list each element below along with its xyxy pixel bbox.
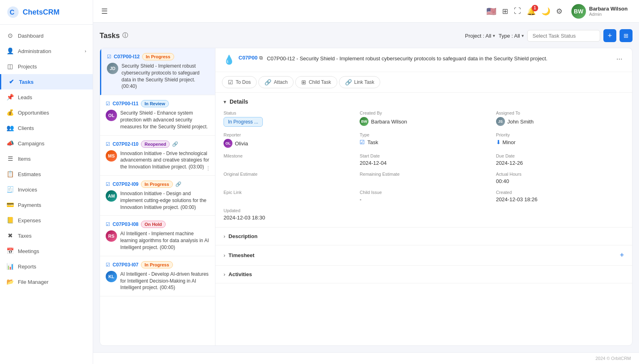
- task-item[interactable]: ☑ C07P02-I10 Reopened 🔗 MS Innovation In…: [100, 136, 215, 176]
- sidebar-item-leads[interactable]: 📌 Leads: [0, 89, 93, 105]
- task-check-icon: ☑: [106, 262, 110, 268]
- sidebar-item-dashboard[interactable]: ⊙ Dashboard: [0, 28, 93, 43]
- field-label: Updated: [224, 208, 351, 213]
- child-issue-field: Child Issue -: [360, 190, 488, 202]
- task-text: AI Intelligent - Implement machine learn…: [120, 230, 209, 251]
- task-item[interactable]: ☑ C07P02-I09 In Progress 🔗 AM Innovation…: [100, 176, 215, 216]
- sidebar-item-opportunities[interactable]: 💰 Opportunities: [0, 105, 93, 120]
- project-filter-button[interactable]: Project : All ▾: [465, 33, 495, 39]
- child-task-icon: ⊞: [301, 79, 306, 85]
- add-task-button[interactable]: +: [603, 29, 616, 42]
- hamburger-button[interactable]: ☰: [101, 7, 108, 16]
- dashboard-icon: ⊙: [6, 32, 14, 39]
- link-task-label: Link Task: [354, 79, 375, 85]
- page-footer: 2024 © OrbitCRM: [93, 352, 639, 364]
- items-icon: ☰: [6, 155, 14, 162]
- fullscreen-icon[interactable]: ⛶: [514, 7, 521, 15]
- sidebar-item-administration[interactable]: 👤 Administration ›: [0, 43, 93, 59]
- link-task-tab[interactable]: 🔗 Link Task: [339, 76, 381, 88]
- task-status-input[interactable]: [527, 30, 600, 42]
- dark-mode-icon[interactable]: 🌙: [541, 7, 550, 16]
- avatar: JD: [107, 63, 118, 74]
- task-item-body: AM Innovation Initiative - Design and im…: [106, 190, 209, 211]
- field-value: BW Barbara Wilson: [360, 117, 488, 126]
- task-item[interactable]: ☑ C07P00-I11 In Review OL Security Shiel…: [100, 95, 215, 135]
- tasks-header: Tasks ⓘ Project : All ▾ Type : All ▾ + ⊞: [100, 29, 633, 42]
- field-label: Child Issue: [360, 190, 488, 195]
- sidebar-item-payments[interactable]: 💳 Payments: [0, 197, 93, 213]
- estimates-icon: 📋: [6, 170, 14, 178]
- field-label: Created: [496, 190, 624, 195]
- sidebar-item-invoices[interactable]: 🧾 Invoices: [0, 182, 93, 197]
- grid-view-button[interactable]: ⊞: [620, 29, 633, 42]
- section-header[interactable]: ▾ Details: [215, 93, 632, 111]
- sidebar-item-items[interactable]: ☰ Items: [0, 151, 93, 166]
- actual-hours-field: Actual Hours 00:40: [496, 172, 624, 184]
- sidebar-item-label: Payments: [18, 202, 41, 208]
- taxes-icon: ✖: [6, 232, 14, 239]
- sidebar-item-file-manager[interactable]: 📂 File Manager: [0, 274, 93, 289]
- apps-icon[interactable]: ⊞: [502, 7, 508, 16]
- collapse-icon: ›: [224, 271, 225, 277]
- child-task-label: Child Task: [309, 79, 331, 85]
- sidebar-item-clients[interactable]: 👥 Clients: [0, 120, 93, 136]
- field-value: ☑ Task: [360, 139, 488, 145]
- chevron-right-icon: ›: [85, 49, 86, 53]
- task-id: C07P00-I12: [114, 54, 140, 60]
- sidebar-item-label: Administration: [18, 48, 51, 54]
- notification-icon[interactable]: 🔔 1: [527, 7, 536, 16]
- attach-label: Attach: [274, 79, 288, 85]
- activities-header[interactable]: › Activities: [215, 266, 632, 283]
- task-item[interactable]: ☑ C07P03-I08 On Hold RS AI Intelligent -…: [100, 216, 215, 256]
- status-badge: In Progress: [141, 261, 173, 268]
- timesheet-header[interactable]: › Timesheet +: [215, 245, 632, 265]
- svg-text:C: C: [10, 9, 15, 16]
- sidebar-item-label: Clients: [18, 125, 34, 131]
- sidebar-item-meetings[interactable]: 📅 Meetings: [0, 243, 93, 259]
- flag-icon[interactable]: 🇺🇸: [486, 6, 496, 16]
- attach-tab[interactable]: 🔗 Attach: [258, 76, 294, 88]
- tasks-panel: Tasks ⓘ Project : All ▾ Type : All ▾ + ⊞: [100, 29, 633, 346]
- sidebar-item-label: File Manager: [18, 279, 49, 285]
- action-tabs: ☑ To Dos 🔗 Attach ⊞ Child Task 🔗: [215, 72, 632, 93]
- campaigns-icon: 📣: [6, 140, 14, 147]
- field-value: 00:40: [496, 178, 624, 184]
- app-name: ChetsCRM: [23, 8, 60, 17]
- type-filter-button[interactable]: Type : All ▾: [498, 33, 524, 39]
- more-options-button[interactable]: ···: [615, 55, 624, 63]
- description-header[interactable]: › Description: [215, 228, 632, 245]
- task-text: Innovation Initiative - Drive technologi…: [120, 150, 209, 170]
- avatar: MS: [106, 150, 117, 162]
- sidebar-item-label: Leads: [18, 94, 32, 100]
- collapse-icon: ›: [224, 233, 225, 239]
- field-label: Priority: [496, 132, 624, 137]
- sidebar-item-expenses[interactable]: 📒 Expenses: [0, 213, 93, 228]
- task-item-header: ☑ C07P02-I09 In Progress 🔗: [106, 181, 209, 188]
- sidebar-item-projects[interactable]: ◫ Projects: [0, 59, 93, 74]
- task-item[interactable]: ☑ C07P03-I07 In Progress KL AI Intellige…: [100, 256, 215, 296]
- sidebar-item-tasks[interactable]: ✔ Tasks: [0, 74, 93, 89]
- task-item[interactable]: ☑ C07P00-I12 In Progress JD Security Shi…: [100, 48, 215, 95]
- field-label: Remaining Estimate: [360, 172, 488, 177]
- sidebar-item-label: Campaigns: [18, 140, 45, 147]
- avatar: JS: [496, 117, 505, 126]
- task-check-icon: ☑: [107, 54, 111, 60]
- user-profile[interactable]: BW Barbara Wilson Admin: [568, 2, 631, 20]
- type-value: Task: [367, 139, 378, 145]
- sidebar-item-campaigns[interactable]: 📣 Campaigns: [0, 136, 93, 151]
- sidebar-item-reports[interactable]: 📊 Reports: [0, 259, 93, 274]
- task-id-link[interactable]: C07P00 ⧉: [239, 55, 263, 61]
- status-value[interactable]: In Progress ...: [224, 117, 263, 127]
- sidebar-item-label: Taxes: [18, 233, 32, 239]
- todos-tab[interactable]: ☑ To Dos: [222, 76, 257, 88]
- sidebar-item-taxes[interactable]: ✖ Taxes: [0, 228, 93, 243]
- more-options-icon[interactable]: ⋮: [205, 165, 211, 171]
- child-task-tab[interactable]: ⊞ Child Task: [295, 76, 337, 88]
- settings-icon[interactable]: ⚙: [556, 7, 562, 16]
- task-item-body: MS Innovation Initiative - Drive technol…: [106, 150, 209, 170]
- assigned-to-field: Assigned To JS John Smith: [496, 111, 624, 127]
- field-label: Created By: [360, 111, 488, 115]
- sidebar-item-estimates[interactable]: 📋 Estimates: [0, 166, 93, 182]
- add-timesheet-button[interactable]: +: [620, 251, 624, 260]
- sidebar-navigation: ⊙ Dashboard 👤 Administration › ◫ Project…: [0, 25, 93, 364]
